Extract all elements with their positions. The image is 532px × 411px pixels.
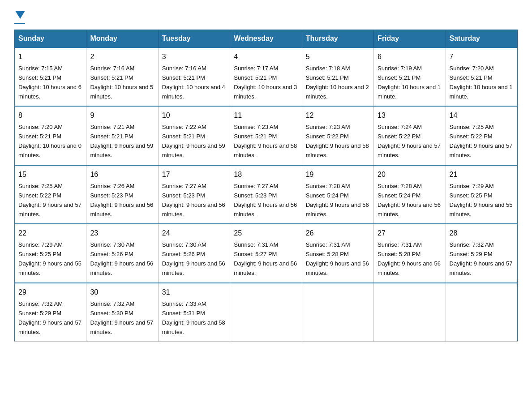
logo-underline: [14, 23, 25, 24]
day-info: Sunrise: 7:27 AMSunset: 5:23 PMDaylight:…: [162, 183, 225, 218]
calendar-cell: [446, 283, 517, 342]
calendar-cell: [230, 283, 302, 342]
day-number: 15: [18, 169, 82, 180]
calendar-cell: 6 Sunrise: 7:19 AMSunset: 5:21 PMDayligh…: [374, 47, 446, 106]
calendar-body: 1 Sunrise: 7:15 AMSunset: 5:21 PMDayligh…: [15, 47, 518, 342]
calendar-cell: 13 Sunrise: 7:24 AMSunset: 5:22 PMDaylig…: [374, 106, 446, 165]
day-number: 21: [450, 169, 514, 180]
calendar-cell: 24 Sunrise: 7:30 AMSunset: 5:26 PMDaylig…: [158, 224, 230, 283]
day-header-sunday: Sunday: [15, 30, 86, 48]
day-info: Sunrise: 7:31 AMSunset: 5:28 PMDaylight:…: [378, 241, 441, 276]
day-number: 31: [162, 287, 226, 298]
week-row-4: 22 Sunrise: 7:29 AMSunset: 5:25 PMDaylig…: [15, 224, 518, 283]
day-number: 18: [234, 169, 298, 180]
day-number: 28: [450, 228, 514, 239]
day-number: 29: [18, 287, 82, 298]
day-number: 23: [90, 228, 154, 239]
calendar-cell: [302, 283, 373, 342]
day-info: Sunrise: 7:20 AMSunset: 5:21 PMDaylight:…: [18, 124, 82, 158]
day-info: Sunrise: 7:32 AMSunset: 5:29 PMDaylight:…: [18, 300, 82, 335]
calendar-cell: 16 Sunrise: 7:26 AMSunset: 5:23 PMDaylig…: [86, 165, 158, 224]
day-info: Sunrise: 7:28 AMSunset: 5:24 PMDaylight:…: [378, 183, 441, 218]
day-number: 9: [90, 110, 154, 121]
week-row-2: 8 Sunrise: 7:20 AMSunset: 5:21 PMDayligh…: [15, 106, 518, 165]
calendar-cell: 7 Sunrise: 7:20 AMSunset: 5:21 PMDayligh…: [446, 47, 517, 106]
calendar-cell: 4 Sunrise: 7:17 AMSunset: 5:21 PMDayligh…: [230, 47, 302, 106]
day-info: Sunrise: 7:25 AMSunset: 5:22 PMDaylight:…: [450, 124, 513, 158]
day-info: Sunrise: 7:32 AMSunset: 5:29 PMDaylight:…: [450, 241, 513, 276]
day-info: Sunrise: 7:23 AMSunset: 5:21 PMDaylight:…: [234, 124, 297, 158]
day-info: Sunrise: 7:15 AMSunset: 5:21 PMDaylight:…: [18, 65, 82, 100]
day-info: Sunrise: 7:27 AMSunset: 5:23 PMDaylight:…: [234, 183, 297, 218]
svg-marker-0: [15, 11, 25, 19]
calendar-cell: 22 Sunrise: 7:29 AMSunset: 5:25 PMDaylig…: [15, 224, 86, 283]
calendar-cell: 29 Sunrise: 7:32 AMSunset: 5:29 PMDaylig…: [15, 283, 86, 342]
day-info: Sunrise: 7:29 AMSunset: 5:25 PMDaylight:…: [18, 241, 82, 276]
calendar-cell: 2 Sunrise: 7:16 AMSunset: 5:21 PMDayligh…: [86, 47, 158, 106]
day-info: Sunrise: 7:16 AMSunset: 5:21 PMDaylight:…: [162, 65, 225, 100]
calendar-cell: 5 Sunrise: 7:18 AMSunset: 5:21 PMDayligh…: [302, 47, 373, 106]
day-number: 17: [162, 169, 226, 180]
calendar-cell: 20 Sunrise: 7:28 AMSunset: 5:24 PMDaylig…: [374, 165, 446, 224]
day-info: Sunrise: 7:16 AMSunset: 5:21 PMDaylight:…: [90, 65, 153, 100]
day-header-tuesday: Tuesday: [158, 30, 230, 48]
day-number: 26: [306, 228, 370, 239]
week-row-5: 29 Sunrise: 7:32 AMSunset: 5:29 PMDaylig…: [15, 283, 518, 342]
day-number: 8: [18, 110, 82, 121]
day-number: 5: [306, 51, 370, 63]
day-number: 13: [378, 110, 442, 121]
day-info: Sunrise: 7:24 AMSunset: 5:22 PMDaylight:…: [378, 124, 441, 158]
logo: [14, 11, 25, 24]
calendar-table: SundayMondayTuesdayWednesdayThursdayFrid…: [14, 30, 518, 342]
calendar-cell: 28 Sunrise: 7:32 AMSunset: 5:29 PMDaylig…: [446, 224, 517, 283]
day-number: 27: [378, 228, 442, 239]
day-number: 16: [90, 169, 154, 180]
calendar-cell: 21 Sunrise: 7:29 AMSunset: 5:25 PMDaylig…: [446, 165, 517, 224]
calendar-cell: 15 Sunrise: 7:25 AMSunset: 5:22 PMDaylig…: [15, 165, 86, 224]
day-number: 6: [378, 51, 442, 63]
day-info: Sunrise: 7:19 AMSunset: 5:21 PMDaylight:…: [378, 65, 441, 100]
day-number: 3: [162, 51, 226, 63]
day-number: 30: [90, 287, 154, 298]
day-number: 12: [306, 110, 370, 121]
calendar-cell: 26 Sunrise: 7:31 AMSunset: 5:28 PMDaylig…: [302, 224, 373, 283]
calendar-cell: 8 Sunrise: 7:20 AMSunset: 5:21 PMDayligh…: [15, 106, 86, 165]
day-number: 19: [306, 169, 370, 180]
day-header-monday: Monday: [86, 30, 158, 48]
calendar-header: SundayMondayTuesdayWednesdayThursdayFrid…: [15, 30, 518, 48]
calendar-cell: 31 Sunrise: 7:33 AMSunset: 5:31 PMDaylig…: [158, 283, 230, 342]
day-header-wednesday: Wednesday: [230, 30, 302, 48]
calendar-cell: 19 Sunrise: 7:28 AMSunset: 5:24 PMDaylig…: [302, 165, 373, 224]
calendar-cell: 9 Sunrise: 7:21 AMSunset: 5:21 PMDayligh…: [86, 106, 158, 165]
day-number: 25: [234, 228, 298, 239]
day-header-saturday: Saturday: [446, 30, 517, 48]
week-row-3: 15 Sunrise: 7:25 AMSunset: 5:22 PMDaylig…: [15, 165, 518, 224]
day-number: 10: [162, 110, 226, 121]
day-header-thursday: Thursday: [302, 30, 373, 48]
day-info: Sunrise: 7:25 AMSunset: 5:22 PMDaylight:…: [18, 183, 82, 218]
day-info: Sunrise: 7:28 AMSunset: 5:24 PMDaylight:…: [306, 183, 369, 218]
day-number: 14: [450, 110, 514, 121]
calendar-cell: 3 Sunrise: 7:16 AMSunset: 5:21 PMDayligh…: [158, 47, 230, 106]
day-info: Sunrise: 7:33 AMSunset: 5:31 PMDaylight:…: [162, 300, 225, 335]
calendar-cell: 25 Sunrise: 7:31 AMSunset: 5:27 PMDaylig…: [230, 224, 302, 283]
page-header: [14, 11, 518, 24]
calendar-cell: 1 Sunrise: 7:15 AMSunset: 5:21 PMDayligh…: [15, 47, 86, 106]
calendar-cell: 27 Sunrise: 7:31 AMSunset: 5:28 PMDaylig…: [374, 224, 446, 283]
calendar-cell: 30 Sunrise: 7:32 AMSunset: 5:30 PMDaylig…: [86, 283, 158, 342]
day-info: Sunrise: 7:30 AMSunset: 5:26 PMDaylight:…: [162, 241, 225, 276]
day-number: 2: [90, 51, 154, 63]
day-info: Sunrise: 7:22 AMSunset: 5:21 PMDaylight:…: [162, 124, 225, 158]
day-number: 11: [234, 110, 298, 121]
calendar-cell: 17 Sunrise: 7:27 AMSunset: 5:23 PMDaylig…: [158, 165, 230, 224]
day-number: 22: [18, 228, 82, 239]
logo-triangle-icon: [15, 11, 25, 19]
day-number: 24: [162, 228, 226, 239]
day-number: 20: [378, 169, 442, 180]
calendar-cell: 18 Sunrise: 7:27 AMSunset: 5:23 PMDaylig…: [230, 165, 302, 224]
day-info: Sunrise: 7:23 AMSunset: 5:22 PMDaylight:…: [306, 124, 369, 158]
week-row-1: 1 Sunrise: 7:15 AMSunset: 5:21 PMDayligh…: [15, 47, 518, 106]
calendar-cell: [374, 283, 446, 342]
calendar-cell: 11 Sunrise: 7:23 AMSunset: 5:21 PMDaylig…: [230, 106, 302, 165]
day-info: Sunrise: 7:20 AMSunset: 5:21 PMDaylight:…: [450, 65, 513, 100]
